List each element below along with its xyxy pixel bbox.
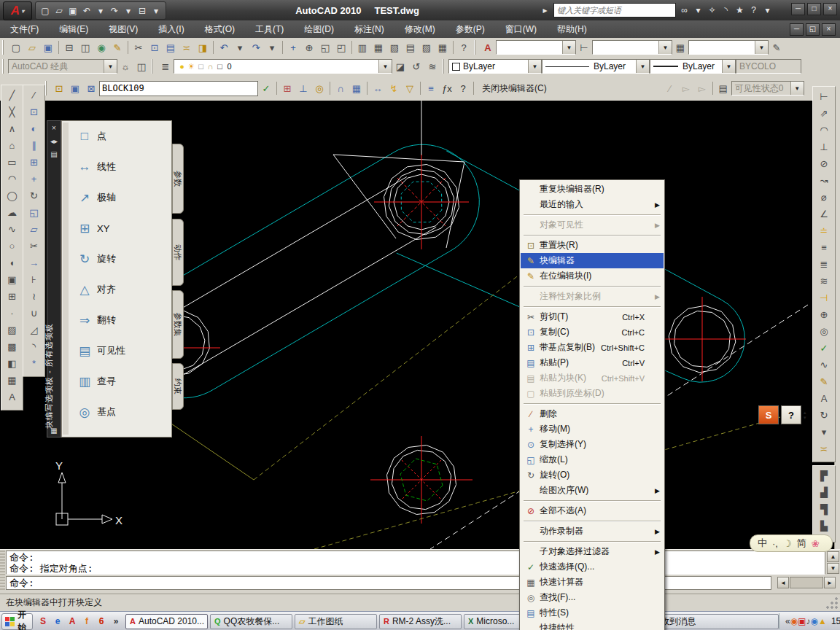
palette-item[interactable]: ▥ 查寻 (62, 366, 171, 397)
mirror-icon[interactable]: ◐ (26, 120, 42, 137)
layer-states-icon[interactable]: ≋ (424, 58, 440, 74)
text-style-combo[interactable]: ▼ (496, 40, 576, 55)
print-dropdown[interactable]: ▾ (149, 4, 163, 18)
ellipse-icon[interactable]: ○ (4, 238, 20, 254)
menu-item[interactable]: 编辑(E) (49, 20, 98, 38)
line-icon[interactable]: ╱ (4, 87, 20, 104)
favorites-star-icon[interactable]: ★ (733, 4, 747, 18)
command-history[interactable]: 命令: 命令: 指定对角点: (6, 551, 825, 575)
menu-item[interactable]: 视图(V) (98, 20, 148, 38)
horizontal-scrollbar-track[interactable] (790, 577, 823, 588)
designcenter-icon[interactable]: ▦ (370, 39, 386, 55)
context-menu-item[interactable]: 注释性对象比例 ▶ (521, 289, 664, 304)
publish-icon[interactable]: ◉ (93, 39, 109, 55)
context-menu-item[interactable]: ▤ 特性(S) ▶ (521, 605, 664, 621)
print-icon[interactable]: ⊟ (136, 4, 149, 18)
stretch-icon[interactable]: ▱ (26, 221, 42, 238)
dimension-text-edit-icon[interactable]: A (816, 390, 832, 407)
text-style-icon[interactable]: A (480, 39, 496, 55)
context-menu-item[interactable]: 对象可见性 ▶ (521, 217, 664, 233)
layer-previous-icon[interactable]: ↺ (408, 58, 424, 74)
action-icon[interactable]: ↯ (386, 80, 402, 96)
mdi-close-button[interactable]: × (822, 23, 836, 36)
redo-dropdown[interactable]: ▾ (264, 39, 280, 55)
search-dropdown[interactable]: ▾ (691, 4, 705, 18)
tab-parameters[interactable]: 参数 (172, 144, 184, 214)
combo-arrow-icon[interactable]: ▼ (562, 41, 575, 54)
undo-dropdown[interactable]: ▾ (232, 39, 248, 55)
help-question-button[interactable]: ? (781, 405, 801, 424)
context-menu-item[interactable]: ⊙ 复制选择(Y) ▶ (521, 437, 664, 452)
dimension-update-icon[interactable]: ↻ (816, 407, 832, 424)
baseline-icon[interactable]: ≡ (816, 239, 832, 256)
table-style-combo[interactable]: ▼ (688, 40, 769, 55)
menu-item[interactable]: 文件(F) (0, 20, 49, 38)
copy-icon[interactable]: ⊡ (147, 39, 163, 55)
combo-arrow-icon[interactable]: ▼ (378, 60, 392, 73)
array-icon[interactable]: ⊞ (26, 154, 42, 171)
properties-icon[interactable]: ▥ (354, 39, 370, 55)
context-menu-item[interactable]: ⊡ 复制(C) Ctrl+C ▶ (521, 324, 664, 340)
print-preview-icon[interactable]: ◫ (77, 39, 93, 55)
communication-satellite-icon[interactable]: ◝ (719, 4, 733, 18)
polygon-icon[interactable]: ⌂ (4, 137, 20, 154)
save-icon[interactable]: ▣ (66, 4, 79, 18)
context-menu-item[interactable]: ▢ 粘贴到原坐标(D) ▶ (521, 386, 664, 401)
palette-item[interactable]: ↗ 极轴 (62, 182, 171, 213)
context-menu-item[interactable]: ▶ (521, 518, 664, 524)
ime-moon-icon[interactable]: ☽ (783, 538, 792, 549)
save-block-icon[interactable]: ▣ (67, 80, 83, 96)
ime-punctuation[interactable]: ·, (772, 538, 778, 549)
match-properties-icon[interactable]: ≍ (179, 39, 195, 55)
auto-constrain-icon[interactable]: ⊞ (279, 80, 295, 96)
edit-block-icon[interactable]: ⊡ (51, 80, 67, 96)
help-icon[interactable]: ? (456, 39, 472, 55)
scroll-up-button[interactable]: ▲ (827, 551, 839, 562)
cut-icon[interactable]: ✂ (131, 39, 147, 55)
parameters-manager-icon[interactable]: ƒx (439, 80, 455, 96)
palette-item[interactable]: ↔ 线性 (62, 152, 171, 182)
linetype-combo[interactable]: ByLayer ▼ (542, 59, 650, 74)
color-combo[interactable]: ByLayer ▼ (448, 59, 542, 74)
arc-length-icon[interactable]: ◠ (816, 122, 832, 139)
tray-msn-icon[interactable]: ◉ (811, 616, 818, 626)
combo-arrow-icon[interactable]: ▼ (658, 41, 672, 54)
toolbar-icon[interactable] (211, 39, 216, 55)
table-style-icon[interactable]: ▦ (672, 39, 688, 55)
workspace-combo[interactable]: AutoCAD 经典 ▼ (8, 59, 117, 74)
context-menu-item[interactable]: ▦ 快速计算器 ▶ (521, 575, 664, 590)
copy-icon[interactable]: ⊡ (26, 104, 42, 120)
spin-down-icon[interactable]: ▾ (804, 415, 806, 420)
ime-chinese-mode[interactable]: 中 (758, 537, 767, 550)
ordinate-icon[interactable]: ⊥ (816, 139, 832, 155)
context-menu-item[interactable]: 最近的输入 ▶ (521, 197, 664, 212)
save-block-as-icon[interactable]: ⊠ (83, 80, 99, 96)
context-menu-item[interactable]: ▶ (521, 212, 664, 217)
menu-item[interactable]: 格式(O) (195, 20, 245, 38)
context-menu-item[interactable]: ✎ 在位编辑块(I) ▶ (521, 268, 664, 284)
maximize-button[interactable]: □ (807, 3, 821, 15)
context-menu-item[interactable]: ⊡ 重置块(R) ▶ (521, 238, 664, 253)
zoom-realtime-icon[interactable]: ⊕ (301, 39, 317, 55)
new-icon[interactable]: ▢ (8, 39, 24, 55)
bring-above-icon[interactable]: ▜ (816, 501, 832, 518)
context-menu-item[interactable]: ✂ 剪切(T) Ctrl+X ▶ (521, 309, 664, 324)
linear-dimension-icon[interactable]: ⊢ (816, 88, 832, 105)
subscription-key-icon[interactable]: ✧ (705, 4, 719, 18)
block-editor-icon[interactable]: ◨ (195, 39, 211, 55)
tool-palettes-icon[interactable]: ▧ (386, 39, 402, 55)
toolbar-grip[interactable] (443, 59, 446, 74)
open-file-icon[interactable]: ▱ (52, 4, 66, 18)
undo-icon[interactable]: ↶ (216, 39, 232, 55)
move-icon[interactable]: + (26, 171, 42, 187)
context-menu-item[interactable]: ⊞ 带基点复制(B) Ctrl+Shift+C ▶ (521, 340, 664, 355)
spin-up-icon[interactable]: ▴ (804, 410, 806, 415)
open-icon[interactable]: ▱ (24, 39, 40, 55)
fillet-icon[interactable]: ◝ (26, 338, 42, 355)
insert-block-icon[interactable]: ▣ (4, 271, 20, 288)
context-menu-item[interactable]: ▶ (521, 233, 664, 238)
scroll-right-button[interactable]: ► (824, 577, 836, 588)
close-block-editor-button[interactable]: 关闭块编辑器(C) (482, 82, 547, 95)
polyline-icon[interactable]: ∧ (4, 120, 20, 137)
toolbar-grip[interactable] (474, 40, 478, 55)
